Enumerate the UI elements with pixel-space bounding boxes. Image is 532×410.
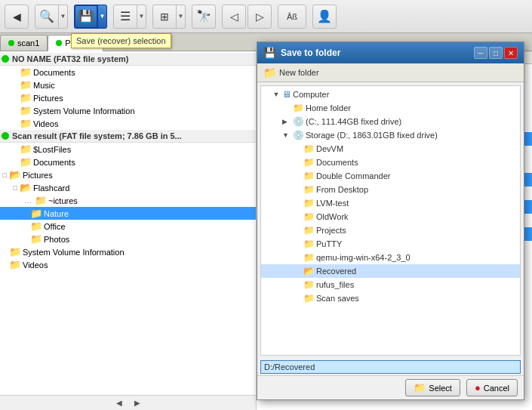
item-label: Videos [33,119,58,128]
search-button[interactable]: 🔍 [35,5,59,29]
list-item[interactable]: 📁 Home folder [261,101,520,115]
list-item[interactable]: 📁 Music [0,79,256,91]
expand-icon: □ [11,184,20,192]
folder-icon: 📁 [20,79,32,91]
folder-icon: 📁 [20,92,32,103]
list-item[interactable]: 📁 Documents [261,156,520,169]
expand-icon: ▼ [272,91,281,98]
folder-icon: 📁 [303,225,315,236]
list-item[interactable]: 📁 LVM-test [261,196,520,210]
list-button[interactable]: ☰ [113,5,137,29]
folder-icon: 📁 [30,233,42,245]
list-item[interactable]: 📁 System Volume Information [0,245,256,258]
prev-button[interactable]: ◁ [222,5,246,29]
list-item-recovered-selected[interactable]: 📂 Recovered [261,264,520,278]
item-label: From Desktop [316,185,368,194]
folder-icon: 📁 [35,195,47,206]
search-dropdown[interactable]: ▼ [59,5,68,29]
folder-icon: 📁 [20,143,32,155]
dialog-titlebar: 💾 Save to folder ─ □ ✕ [257,42,524,63]
item-label: Pictures [33,94,63,103]
item-label: ~ictures [48,196,78,205]
scan-dot [2,132,9,140]
dialog-minimize-button[interactable]: ─ [474,47,487,59]
item-label: Projects [316,226,346,235]
save-tooltip: Save (recover) selection [71,33,171,48]
grid-dropdown[interactable]: ▼ [177,5,186,29]
back-button[interactable]: ◀ [5,5,29,29]
nav-right[interactable]: ▶ [131,399,143,407]
ab-button[interactable]: Âß [278,5,306,29]
list-item[interactable]: ▼ 🖥 Computer [261,88,520,101]
list-item-nature-selected[interactable]: 📁 Nature [0,207,256,220]
list-item[interactable]: 📁 qemu-img-win-x64-2_3_0 [261,251,520,264]
select-button[interactable]: 📁 Select [405,379,460,396]
cancel-label: Cancel [484,384,509,393]
next-button[interactable]: ▷ [248,5,272,29]
list-item[interactable]: 📁 Projects [261,223,520,237]
list-dropdown[interactable]: ▼ [137,5,146,29]
list-item[interactable]: 📁 rufus_files [261,278,520,291]
list-item[interactable]: 📁 Photos [0,233,256,245]
computer-icon: 🖥 [282,89,291,100]
item-label: Double Commander [316,171,390,180]
item-label: qemu-img-win-x64-2_3_0 [316,253,411,262]
scan-result-title: Scan result (FAT file system; 7.86 GB in… [12,131,182,140]
list-item[interactable]: ▼ 💿 Storage (D:, 1863.01GB fixed drive) [261,128,520,142]
section-scan-result[interactable]: Scan result (FAT file system; 7.86 GB in… [0,130,256,143]
list-item[interactable]: 📁 Office [0,220,256,233]
folder-icon: 📂 [9,169,21,180]
list-item[interactable]: 📁 PuTTY [261,237,520,251]
list-item[interactable]: 📁 From Desktop [261,183,520,196]
item-label: Documents [33,158,75,167]
list-item[interactable]: 📁 Double Commander [261,169,520,183]
list-item[interactable]: 📁 Videos [0,258,256,271]
item-label: Videos [23,260,48,270]
select-label: Select [429,384,452,393]
list-item[interactable]: 📁 Scan saves [261,291,520,305]
folder-icon: 📁 [30,220,42,232]
list-item[interactable]: 📁 OldWork [261,210,520,223]
list-item[interactable]: 📁 Documents [0,66,256,79]
list-item[interactable]: □ 📂 Flashcard [0,181,256,194]
folder-icon: 📁 [303,198,315,208]
section-no-name[interactable]: NO NAME (FAT32 file system) [0,53,256,66]
dialog-toolbar: 📁 New folder [257,63,524,82]
list-item[interactable]: 📁 Pictures [0,91,256,104]
save-button[interactable]: 💾 [74,5,98,29]
list-item[interactable]: 📁 System Volume Information [0,104,256,117]
binoculars-button[interactable]: 🔭 [192,5,216,29]
item-label: rufus_files [316,280,354,289]
folder-icon: 📁 [303,157,315,168]
dialog-maximize-button[interactable]: □ [489,47,503,59]
new-folder-icon: 📁 [263,66,276,79]
item-label: System Volume Information [33,106,135,116]
save-dropdown[interactable]: ▼ [98,5,107,29]
tab-label-scan1: scan1 [17,39,39,48]
nav-left[interactable]: ◀ [113,399,125,407]
path-input[interactable]: D:/Recovered [260,360,521,374]
list-item[interactable]: 📁 Videos [0,117,256,130]
item-label: Recovered [316,267,356,276]
list-item[interactable]: □ 📂 Pictures [0,168,256,181]
tab-scan1[interactable]: scan1 [0,35,48,51]
user-button[interactable]: 👤 [312,5,337,29]
dots-prefix: … [24,196,32,205]
list-item[interactable]: … 📁 ~ictures [0,194,256,207]
cancel-button[interactable]: ● Cancel [466,379,518,396]
item-label: Storage (D:, 1863.01GB fixed drive) [306,131,438,140]
item-label: (C:, 111.44GB fixed drive) [306,117,401,126]
dialog-tree: ▼ 🖥 Computer 📁 Home folder ▶ 💿 (C:, 111.… [260,85,521,356]
item-label: System Volume Information [23,248,125,257]
list-item[interactable]: 📁 Documents [0,156,256,168]
list-item[interactable]: 📁 $LostFiles [0,143,256,156]
drive-icon: 💿 [293,130,304,140]
item-label: DevVM [316,144,343,153]
list-item[interactable]: 📁 DevVM [261,142,520,156]
grid-button[interactable]: ⊞ [152,5,177,29]
item-label: Photos [44,235,69,244]
left-panel: NO NAME (FAT32 file system) 📁 Documents … [0,51,257,410]
list-item[interactable]: ▶ 💿 (C:, 111.44GB fixed drive) [261,115,520,128]
dialog-close-button[interactable]: ✕ [504,47,518,59]
item-label: Nature [44,209,69,218]
